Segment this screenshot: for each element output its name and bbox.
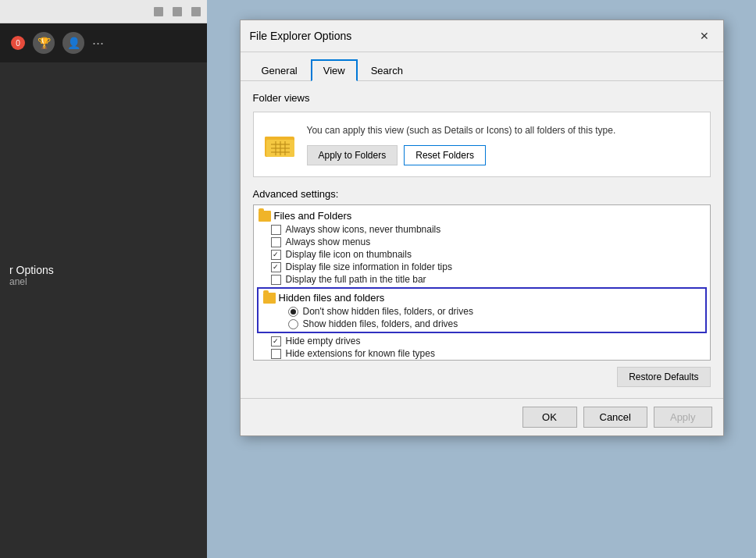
hidden-files-section: Hidden files and folders Don't show hidd… [257, 287, 707, 333]
list-item-2[interactable]: Display file icon on thumbnails [254, 248, 710, 261]
checkbox-always-menus[interactable] [271, 237, 281, 247]
label-show-hidden: Show hidden files, folders, and drives [303, 318, 458, 329]
dialog-footer: OK Cancel Apply [241, 398, 723, 435]
dialog-overlay: File Explorer Options ✕ General View Sea… [207, 8, 756, 558]
checkbox-file-size[interactable] [271, 262, 281, 272]
label-file-size: Display file size information in folder … [286, 261, 452, 272]
radio-show-hidden[interactable] [288, 319, 298, 329]
list-item-0[interactable]: Always show icons, never thumbnails [254, 223, 710, 236]
minimize-btn[interactable] [154, 7, 163, 16]
folder-views-description: You can apply this view (such as Details… [307, 123, 699, 137]
folder-group-icon [259, 211, 271, 222]
dialog-body: Folder views [241, 81, 723, 398]
list-item-radio-0[interactable]: Don't show hidden files, folders, or dri… [259, 305, 705, 318]
list-group-hidden-files: Hidden files and folders [259, 290, 705, 305]
advanced-settings-label: Advanced settings: [253, 188, 711, 200]
list-item-7[interactable]: Hide folder merge conflicts [254, 360, 710, 361]
profile-icon: 👤 [62, 32, 84, 54]
tab-view[interactable]: View [311, 59, 358, 81]
dialog-title: File Explorer Options [250, 30, 352, 42]
dialog-close-button[interactable]: ✕ [695, 27, 714, 45]
user-icon: 🏆 [33, 32, 55, 54]
list-item-5[interactable]: Hide empty drives [254, 335, 710, 347]
label-hide-empty: Hide empty drives [286, 336, 361, 347]
notification-badge: 0 [11, 36, 25, 50]
folder-views-label: Folder views [253, 92, 711, 104]
close-left-btn[interactable] [191, 7, 201, 16]
checkbox-file-icon[interactable] [271, 250, 281, 260]
settings-list-inner: Files and Folders Always show icons, nev… [254, 205, 710, 361]
maximize-btn[interactable] [173, 7, 182, 16]
checkbox-hide-extensions[interactable] [271, 349, 281, 359]
radio-dont-show[interactable] [288, 307, 298, 317]
cancel-button[interactable]: Cancel [583, 407, 647, 428]
list-item-3[interactable]: Display file size information in folder … [254, 261, 710, 273]
label-full-path: Display the full path in the title bar [286, 274, 426, 285]
label-always-icons: Always show icons, never thumbnails [286, 224, 441, 235]
list-group-files-folders: Files and Folders [254, 208, 710, 223]
list-item-4[interactable]: Display the full path in the title bar [254, 273, 710, 286]
ok-button[interactable]: OK [522, 407, 577, 428]
folder-views-area: You can apply this view (such as Details… [253, 112, 711, 177]
checkbox-hide-empty[interactable] [271, 336, 281, 347]
group-label-hidden-files: Hidden files and folders [279, 292, 385, 304]
folder-views-buttons: Apply to Folders Reset Folders [307, 145, 699, 165]
group-label-files-folders: Files and Folders [274, 210, 352, 222]
label-hide-extensions: Hide extensions for known file types [286, 348, 435, 359]
checkbox-full-path[interactable] [271, 275, 281, 285]
tab-search[interactable]: Search [359, 59, 415, 81]
advanced-settings-list[interactable]: Files and Folders Always show icons, nev… [253, 204, 711, 361]
folder-hidden-icon [263, 293, 276, 304]
label-dont-show: Don't show hidden files, folders, or dri… [303, 306, 473, 317]
tab-general[interactable]: General [250, 59, 309, 81]
panel-title: r Options anel [0, 258, 63, 293]
file-explorer-options-dialog: File Explorer Options ✕ General View Sea… [240, 20, 724, 436]
reset-folders-button[interactable]: Reset Folders [404, 145, 486, 165]
dialog-titlebar: File Explorer Options ✕ [241, 20, 723, 52]
restore-defaults-button[interactable]: Restore Defaults [617, 367, 710, 387]
list-item-radio-1[interactable]: Show hidden files, folders, and drives [259, 318, 705, 330]
list-item-6[interactable]: Hide extensions for known file types [254, 347, 710, 360]
tab-bar: General View Search [241, 52, 723, 81]
left-panel-header: 0 🏆 👤 ··· [0, 23, 207, 62]
label-always-menus: Always show menus [286, 236, 371, 247]
more-menu-icon[interactable]: ··· [92, 35, 104, 52]
list-item-1[interactable]: Always show menus [254, 236, 710, 248]
restore-row: Restore Defaults [253, 367, 711, 387]
checkbox-always-icons[interactable] [271, 225, 281, 235]
label-file-icon: Display file icon on thumbnails [286, 249, 412, 260]
apply-to-folders-button[interactable]: Apply to Folders [307, 145, 398, 165]
folder-view-icon [265, 130, 296, 158]
apply-button[interactable]: Apply [654, 407, 712, 428]
